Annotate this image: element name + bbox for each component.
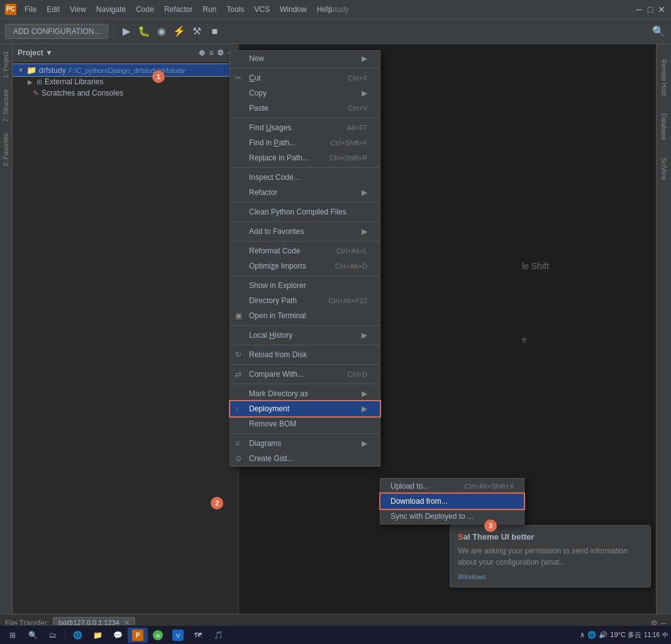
search-everywhere-button[interactable]: 🔍 (651, 24, 666, 39)
taskbar-map[interactable]: 🗺 (188, 628, 208, 643)
ctx-sep-5 (230, 221, 380, 222)
ctx-find-usages[interactable]: Find Usages Alt+F7 (230, 120, 380, 135)
ctx-replace-in-path[interactable]: Replace in Path... Ctrl+Shift+R (230, 150, 380, 165)
menu-run[interactable]: Run (198, 3, 221, 16)
taskbar-pycharm[interactable]: P (128, 628, 148, 643)
ctx-remove-bom[interactable]: Remove BOM (230, 416, 380, 431)
ctx-inspect-code[interactable]: Inspect Code... (230, 170, 380, 185)
ctx-optimize-imports[interactable]: Optimize Imports Ctrl+Alt+O (230, 258, 380, 274)
toolbar-separator (113, 25, 114, 38)
menu-tools[interactable]: Tools (222, 3, 248, 16)
project-settings-icon[interactable]: ⚙ (217, 48, 224, 57)
ctx-find-usages-label: Find Usages (249, 123, 291, 132)
close-button[interactable]: ✕ (657, 5, 666, 14)
structure-tab[interactable]: 7: Structure (1, 84, 11, 127)
ctx-show-explorer[interactable]: Show in Explorer (230, 278, 380, 293)
ctx-copy[interactable]: Copy ▶ (230, 86, 380, 101)
tree-external-libraries[interactable]: ▶ ⊞ External Libraries (13, 76, 238, 87)
taskbar-chat[interactable]: 💬 (108, 628, 128, 643)
ctx-optimize-label: Optimize Imports (249, 262, 306, 270)
project-locate-icon[interactable]: ⊕ (199, 48, 205, 57)
build-button[interactable]: ⚒ (189, 24, 204, 39)
minimize-button[interactable]: ─ (635, 5, 643, 14)
ctx-add-favorites[interactable]: Add to Favorites ▶ (230, 224, 380, 239)
menu-edit[interactable]: Edit (42, 3, 64, 16)
ctx-paste[interactable]: Paste Ctrl+V (230, 101, 380, 116)
ctx-refactor[interactable]: Refactor ▶ (230, 185, 380, 200)
title-bar: PC File Edit View Navigate Code Refactor… (0, 0, 671, 19)
tray-indicator[interactable]: ∧ (580, 631, 585, 639)
ctx-directory-path[interactable]: Directory Path Ctrl+Alt+F12 (230, 293, 380, 308)
editor-hint: le Shift (522, 261, 549, 271)
ctx-deployment[interactable]: ↕ Deployment ▶ (230, 401, 380, 416)
tray-network[interactable]: 🌐 (587, 631, 596, 639)
menu-vcs[interactable]: VCS (250, 3, 274, 16)
ctx-diagrams-label: Diagrams (249, 439, 281, 448)
taskbar-blue-app[interactable]: V (168, 628, 188, 643)
ctx-compare-shortcut: Ctrl+D (348, 370, 367, 378)
ctx-open-terminal[interactable]: ▣ Open in Terminal (230, 308, 380, 323)
window-controls: ─ □ ✕ (635, 5, 666, 14)
run-button[interactable]: ▶ (119, 24, 134, 39)
taskbar: ⊞ 🔍 🗂 🌐 📁 💬 P ✉ V 🗺 🎵 ∧ 🌐 🔊 19°C 多云 11:1… (0, 625, 671, 644)
system-tray: ∧ 🌐 🔊 19°C 多云 11:16 中 (580, 630, 668, 640)
svg-text:✉: ✉ (156, 633, 160, 639)
tree-root-item[interactable]: ▼ 📁 drfstudy F:\C_python\Django_drfstudy… (13, 64, 238, 76)
menu-refactor[interactable]: Refactor (160, 3, 197, 16)
ctx-replace-in-path-label: Replace in Path... (249, 153, 309, 162)
menu-code[interactable]: Code (131, 3, 158, 16)
menu-window[interactable]: Window (275, 3, 311, 16)
ctx-dir-shortcut: Ctrl+Alt+F12 (328, 297, 367, 304)
ctx-find-in-path[interactable]: Find in Path... Ctrl+Shift+F (230, 135, 380, 150)
restore-button[interactable]: □ (646, 5, 655, 14)
ctx-cut[interactable]: ✂ Cut Ctrl+X (230, 70, 380, 86)
ctx-cut-shortcut: Ctrl+X (348, 74, 367, 82)
taskbar-music[interactable]: 🎵 (208, 628, 228, 643)
right-panel-tabs: Remote Host Database SciView (656, 44, 671, 614)
deployment-submenu: Upload to... Ctrl+Alt+Shift+X Download f… (380, 478, 524, 525)
project-expand-icon[interactable]: ≡ (209, 48, 213, 57)
profile-button[interactable]: ⚡ (172, 24, 187, 39)
sub-upload-to[interactable]: Upload to... Ctrl+Alt+Shift+X (380, 479, 524, 494)
tree-scratches-item[interactable]: ✎ Scratches and Consoles (13, 87, 238, 99)
taskbar-wechat[interactable]: ✉ (148, 628, 168, 643)
ctx-paste-shortcut: Ctrl+V (348, 104, 367, 112)
add-configuration-button[interactable]: ADD CONFIGURATION... (5, 24, 108, 39)
coverage-button[interactable]: ◉ (154, 24, 169, 39)
menu-view[interactable]: View (65, 3, 91, 16)
sub-sync-deployed[interactable]: Sync with Deployed to ... (380, 509, 524, 524)
ctx-new[interactable]: New ▶ (230, 51, 380, 66)
toolbar-right: 🔍 (651, 24, 666, 39)
taskbar-explorer[interactable]: 📁 (87, 628, 108, 643)
ctx-compare-with[interactable]: ⇄ Compare With... Ctrl+D (230, 367, 380, 382)
ctx-clean-python[interactable]: Clean Python Compiled Files (230, 204, 380, 219)
taskbar-apps[interactable]: 🗂 (43, 628, 63, 643)
menu-navigate[interactable]: Navigate (92, 3, 130, 16)
stop-button[interactable]: ■ (207, 24, 222, 39)
ctx-local-history[interactable]: Local History ▶ (230, 328, 380, 343)
sub-download-from[interactable]: Download from... (380, 494, 524, 509)
tree-scratches-label: Scratches and Consoles (42, 89, 123, 97)
ctx-fav-arrow: ▶ (362, 227, 367, 236)
ctx-reformat[interactable]: Reformat Code Ctrl+Alt+L (230, 243, 380, 258)
step-badge-2: 2 (211, 497, 223, 509)
tree-arrow-ext: ▶ (28, 79, 35, 86)
remote-host-tab[interactable]: Remote Host (660, 57, 667, 98)
sciview-tab[interactable]: SciView (660, 155, 667, 182)
favorites-tab[interactable]: 2: Favorites (1, 128, 11, 171)
taskbar-start[interactable]: ⊞ (3, 628, 23, 643)
ctx-create-gist[interactable]: ⊙ Create Gist... (230, 451, 380, 466)
debug-button[interactable]: 🐛 (136, 24, 152, 39)
ctx-cut-label: Cut (249, 74, 261, 82)
taskbar-browser[interactable]: 🌐 (67, 628, 87, 643)
ctx-mark-directory[interactable]: Mark Directory as ▶ (230, 386, 380, 401)
taskbar-search[interactable]: 🔍 (23, 628, 43, 643)
project-tab[interactable]: 1: Project (1, 47, 11, 83)
ctx-diagrams[interactable]: ≡ Diagrams ▶ (230, 436, 380, 451)
tray-volume[interactable]: 🔊 (599, 631, 607, 639)
database-tab[interactable]: Database (660, 111, 667, 143)
menu-file[interactable]: File (20, 3, 41, 16)
ctx-sep-8 (230, 325, 380, 326)
left-panel-tabs: 1: Project 7: Structure 2: Favorites (0, 44, 13, 614)
ctx-reload-disk[interactable]: ↻ Reload from Disk (230, 347, 380, 362)
